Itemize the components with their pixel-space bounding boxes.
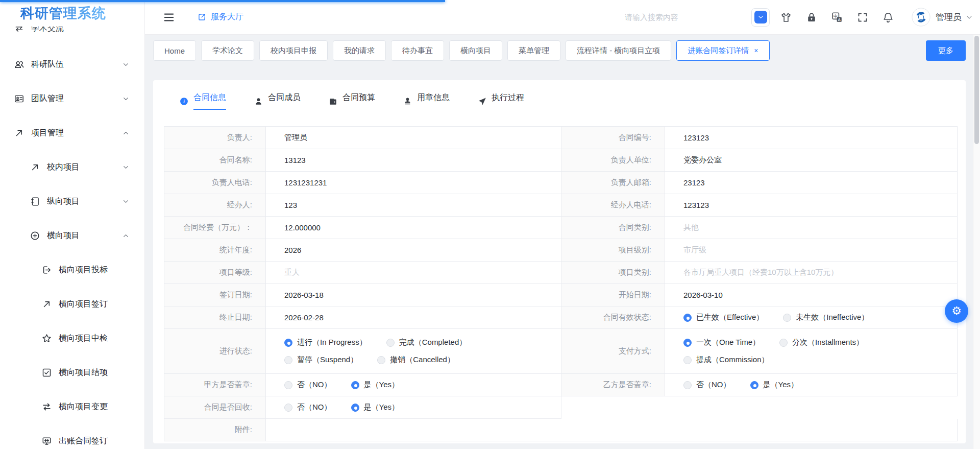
tab-chip-0[interactable]: Home xyxy=(153,40,196,61)
check-square-icon xyxy=(41,367,52,378)
swap-icon xyxy=(41,401,52,412)
sidebar-item-11[interactable]: 横向项目变更 xyxy=(0,390,144,424)
user-avatar[interactable] xyxy=(912,8,930,27)
radio-unselected-icon[interactable] xyxy=(284,381,292,389)
page-root: 科研管理系统 学术交流科研队伍团队管理项目管理校内项目纵向项目横向项目横向项目投… xyxy=(0,0,980,449)
radio-unselected-icon[interactable] xyxy=(683,381,692,389)
service-hall-nav[interactable]: 服务大厅 xyxy=(197,12,243,22)
form-label: 负责人邮箱: xyxy=(611,178,651,187)
radio-selected-icon[interactable] xyxy=(351,381,359,389)
user-menu-chevron-icon[interactable] xyxy=(966,14,973,21)
form-label: 负责人单位: xyxy=(611,155,651,165)
radio-option[interactable]: 否（NO） xyxy=(683,380,731,390)
search-input[interactable] xyxy=(624,12,723,22)
detail-tab-4[interactable]: 执行过程 xyxy=(477,92,524,110)
sidebar-item-3[interactable]: 项目管理 xyxy=(0,116,144,150)
sidebar-item-7[interactable]: 横向项目投标 xyxy=(0,253,144,287)
tab-chip-6[interactable]: 菜单管理 xyxy=(507,40,560,61)
sidebar-item-6[interactable]: 横向项目 xyxy=(0,219,144,253)
form-value-cell: 进行（In Progress）完成（Completed）暂停（Suspend）撤… xyxy=(266,329,561,374)
tab-chip-7[interactable]: 流程详情 - 横向项目立项 xyxy=(566,40,671,61)
form-value: 12.000000 xyxy=(284,223,321,232)
radio-unselected-icon[interactable] xyxy=(377,356,385,364)
tab-chip-2[interactable]: 校内项目申报 xyxy=(259,40,328,61)
radio-unselected-icon[interactable] xyxy=(284,404,292,412)
radio-option[interactable]: 未生效（Ineffective） xyxy=(783,313,869,322)
radio-option[interactable]: 暂停（Suspend） xyxy=(284,355,358,365)
radio-option[interactable]: 否（NO） xyxy=(284,403,332,412)
radio-option[interactable]: 是（Yes） xyxy=(750,380,798,390)
tab-chip-5[interactable]: 横向项目 xyxy=(449,40,502,61)
form-value-cell: 123123 xyxy=(665,194,958,217)
radio-option[interactable]: 否（NO） xyxy=(284,380,332,390)
translate-icon[interactable]: 中A xyxy=(831,11,843,23)
sidebar-item-0[interactable]: 学术交流 xyxy=(0,27,144,34)
radio-option[interactable]: 已生效（Effective） xyxy=(683,313,764,322)
vertical-scrollbar[interactable] xyxy=(973,35,980,449)
form-label-cell: 项目等级: xyxy=(164,262,266,284)
scrollbar-thumb[interactable] xyxy=(974,36,979,144)
sidebar-item-8[interactable]: 横向项目签订 xyxy=(0,287,144,321)
form-label: 乙方是否盖章: xyxy=(603,380,651,390)
tab-chip-8[interactable]: 进账合同签订详情× xyxy=(676,40,769,61)
radio-unselected-icon[interactable] xyxy=(779,339,788,347)
radio-unselected-icon[interactable] xyxy=(683,356,692,364)
radio-option[interactable]: 一次（One Time） xyxy=(683,338,760,347)
sidebar: 科研管理系统 学术交流科研队伍团队管理项目管理校内项目纵向项目横向项目横向项目投… xyxy=(0,0,145,449)
notebook-icon xyxy=(30,196,40,207)
radio-selected-icon[interactable] xyxy=(750,381,758,389)
form-value: 重大 xyxy=(284,268,300,277)
radio-line: 进行（In Progress）完成（Completed） xyxy=(284,338,467,347)
radio-selected-icon[interactable] xyxy=(683,314,692,322)
lock-icon[interactable] xyxy=(805,11,818,23)
radio-selected-icon[interactable] xyxy=(683,339,692,347)
transfer-icon xyxy=(41,436,52,446)
hamburger-menu-icon[interactable] xyxy=(162,12,176,23)
sidebar-item-1[interactable]: 科研队伍 xyxy=(0,48,144,82)
tab-chip-label: 我的请求 xyxy=(344,46,375,56)
radio-option[interactable]: 进行（In Progress） xyxy=(284,338,367,347)
form-label: 进行状态: xyxy=(219,346,252,356)
sidebar-item-12[interactable]: 出账合同签订 xyxy=(0,424,144,449)
radio-unselected-icon[interactable] xyxy=(386,339,395,347)
tab-chip-4[interactable]: 待办事宜 xyxy=(391,40,444,61)
user-name[interactable]: 管理员 xyxy=(936,11,962,23)
form-label: 经办人电话: xyxy=(611,200,651,210)
detail-tabs: i合同信息合同成员合同预算用章信息执行过程 xyxy=(153,80,966,110)
form-label: 项目等级: xyxy=(219,268,252,277)
bell-icon[interactable] xyxy=(882,11,894,23)
theme-tshirt-icon[interactable] xyxy=(780,11,792,23)
detail-tab-label: 执行过程 xyxy=(492,92,524,110)
detail-tab-3[interactable]: 用章信息 xyxy=(403,92,450,110)
sidebar-item-9[interactable]: 横向项目中检 xyxy=(0,321,144,356)
radio-group: 否（NO）是（Yes） xyxy=(284,403,399,412)
tab-chip-3[interactable]: 我的请求 xyxy=(333,40,386,61)
radio-selected-icon[interactable] xyxy=(351,404,359,412)
sidebar-item-2[interactable]: 团队管理 xyxy=(0,82,144,116)
radio-option[interactable]: 分次（Installments） xyxy=(779,338,864,347)
dropdown-select-icon[interactable] xyxy=(751,8,770,27)
settings-gear-button[interactable]: ⚙ xyxy=(945,299,968,323)
fullscreen-icon[interactable] xyxy=(856,11,869,23)
radio-option[interactable]: 是（Yes） xyxy=(351,380,399,390)
tab-chip-1[interactable]: 学术论文 xyxy=(201,40,254,61)
send-icon xyxy=(477,97,487,106)
detail-tab-1[interactable]: 合同成员 xyxy=(254,92,301,110)
form-label-cell: 统计年度: xyxy=(164,239,266,262)
radio-option[interactable]: 撤销（Cancelled） xyxy=(377,355,455,365)
form-label-cell: 终止日期: xyxy=(164,306,266,329)
sidebar-item-label: 横向项目投标 xyxy=(59,265,108,275)
sidebar-item-4[interactable]: 校内项目 xyxy=(0,150,144,184)
more-tabs-button[interactable]: 更多 xyxy=(926,40,966,61)
radio-option[interactable]: 提成（Commission） xyxy=(683,355,769,365)
sidebar-item-10[interactable]: 横向项目结项 xyxy=(0,356,144,390)
radio-unselected-icon[interactable] xyxy=(284,356,292,364)
detail-tab-0[interactable]: i合同信息 xyxy=(179,92,226,110)
radio-option[interactable]: 完成（Completed） xyxy=(386,338,467,347)
close-icon[interactable]: × xyxy=(754,47,758,54)
sidebar-item-5[interactable]: 纵向项目 xyxy=(0,184,144,219)
radio-unselected-icon[interactable] xyxy=(783,314,791,322)
detail-tab-2[interactable]: 合同预算 xyxy=(328,92,375,110)
radio-option[interactable]: 是（Yes） xyxy=(351,403,399,412)
radio-selected-icon[interactable] xyxy=(284,339,292,347)
